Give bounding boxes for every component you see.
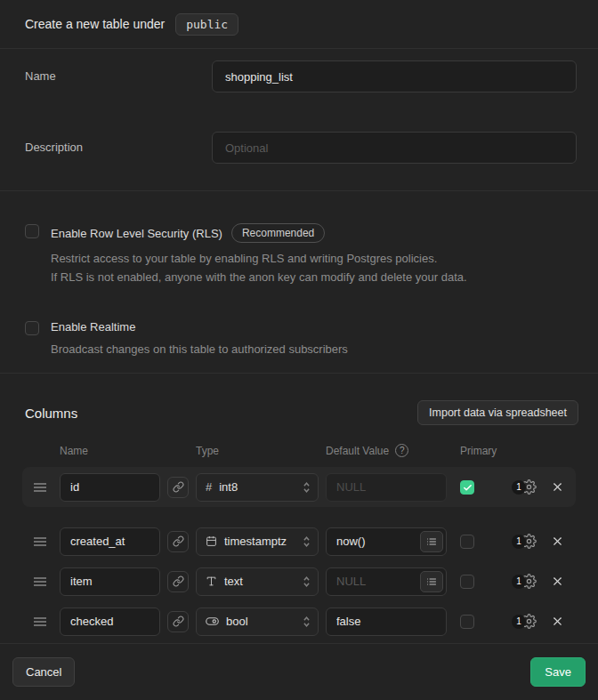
rls-description: Restrict access to your table by enablin… (51, 249, 573, 286)
column-type-select[interactable]: timestamptz (196, 527, 319, 556)
columns-header-row: Name Type Default Value ? Primary (22, 444, 576, 457)
rls-checkbox[interactable] (25, 224, 39, 238)
column-type-label: int8 (219, 480, 295, 494)
remove-column-icon[interactable] (551, 535, 564, 548)
column-row-checked: bool 1 (22, 601, 576, 641)
default-value-wrap (326, 473, 447, 502)
text-icon (206, 575, 217, 587)
columns-section: Columns Import data via spreadsheet Name… (0, 374, 598, 643)
foreign-key-link-icon[interactable] (167, 477, 189, 498)
table-description-input[interactable] (212, 132, 577, 164)
column-type-label: timestamptz (224, 535, 295, 548)
chevron-updown-icon (303, 481, 311, 494)
column-name-input[interactable] (60, 527, 160, 556)
header-name: Name (60, 445, 160, 457)
save-button[interactable]: Save (530, 657, 586, 687)
hash-icon: # (206, 480, 212, 494)
default-value-input (326, 473, 447, 502)
import-spreadsheet-button[interactable]: Import data via spreadsheet (417, 400, 578, 425)
basic-info-section: Name Description (0, 49, 598, 191)
settings-count-badge: 1 (512, 615, 526, 629)
column-type-label: text (224, 575, 295, 588)
rls-toggle-group: Enable Row Level Security (RLS) Recommen… (25, 223, 573, 286)
settings-count-badge: 1 (512, 535, 526, 549)
header-primary: Primary (460, 445, 497, 457)
primary-checkbox[interactable] (460, 575, 474, 589)
column-settings-button[interactable]: 1 (512, 574, 537, 589)
check-icon (463, 483, 473, 493)
drag-handle-icon[interactable] (34, 536, 46, 547)
realtime-toggle-group: Enable Realtime Broadcast changes on thi… (25, 320, 573, 358)
chevron-updown-icon (303, 535, 311, 548)
column-settings-button[interactable]: 1 (512, 534, 537, 549)
realtime-description: Broadcast changes on this table to autho… (51, 340, 573, 358)
schema-badge: public (175, 13, 238, 36)
foreign-key-link-icon[interactable] (167, 611, 189, 632)
remove-column-icon[interactable] (551, 480, 564, 494)
default-suggestions-button[interactable] (420, 531, 443, 552)
dialog-footer: Cancel Save (0, 643, 598, 700)
list-icon (426, 536, 437, 547)
remove-column-icon[interactable] (551, 615, 564, 628)
column-type-label: bool (226, 615, 295, 628)
description-label: Description (25, 132, 212, 154)
column-settings-button[interactable]: 1 (512, 614, 537, 629)
foreign-key-link-icon[interactable] (167, 571, 189, 592)
columns-heading: Columns (25, 406, 77, 421)
foreign-key-link-icon[interactable] (167, 531, 189, 552)
column-name-input[interactable] (60, 473, 160, 502)
default-suggestions-button[interactable] (420, 571, 443, 592)
column-name-input[interactable] (60, 567, 160, 596)
cancel-button[interactable]: Cancel (12, 657, 75, 687)
table-name-input[interactable] (212, 60, 577, 93)
default-value-wrap (326, 567, 447, 596)
default-value-wrap (326, 607, 447, 636)
list-icon (426, 576, 437, 587)
chevron-updown-icon (303, 616, 311, 628)
realtime-label: Enable Realtime (51, 320, 135, 334)
column-name-input[interactable] (60, 607, 160, 636)
settings-count-badge: 1 (512, 575, 526, 589)
default-value-wrap (326, 527, 447, 556)
name-label: Name (25, 60, 212, 83)
toggle-icon (206, 616, 219, 626)
rls-label: Enable Row Level Security (RLS) (51, 227, 222, 240)
recommended-badge: Recommended (231, 223, 325, 243)
header-default-value: Default Value (326, 445, 389, 457)
calendar-icon (206, 535, 217, 547)
header-type: Type (196, 445, 326, 457)
remove-column-icon[interactable] (551, 575, 564, 588)
primary-checkbox[interactable] (460, 535, 474, 549)
settings-count-badge: 1 (512, 480, 526, 495)
column-settings-button[interactable]: 1 (512, 479, 537, 495)
dialog-header: Create a new table under public (0, 0, 598, 49)
column-row-created-at: timestamptz 1 (22, 521, 576, 561)
column-type-select[interactable]: # int8 (196, 473, 319, 502)
column-row-item: text 1 (22, 561, 576, 601)
drag-handle-icon[interactable] (34, 576, 46, 587)
chevron-updown-icon (303, 575, 311, 588)
column-row-id: # int8 1 (22, 467, 576, 507)
help-icon[interactable]: ? (395, 444, 408, 457)
options-section: Enable Row Level Security (RLS) Recommen… (0, 191, 598, 374)
realtime-checkbox[interactable] (25, 321, 39, 335)
column-type-select[interactable]: text (196, 567, 319, 596)
primary-checkbox[interactable] (460, 480, 474, 495)
primary-checkbox[interactable] (460, 615, 474, 629)
dialog-title: Create a new table under (25, 17, 165, 31)
drag-handle-icon[interactable] (34, 482, 46, 493)
create-table-dialog: Create a new table under public Name Des… (0, 0, 598, 700)
column-type-select[interactable]: bool (196, 607, 319, 636)
drag-handle-icon[interactable] (34, 616, 46, 627)
default-value-input[interactable] (326, 607, 447, 636)
